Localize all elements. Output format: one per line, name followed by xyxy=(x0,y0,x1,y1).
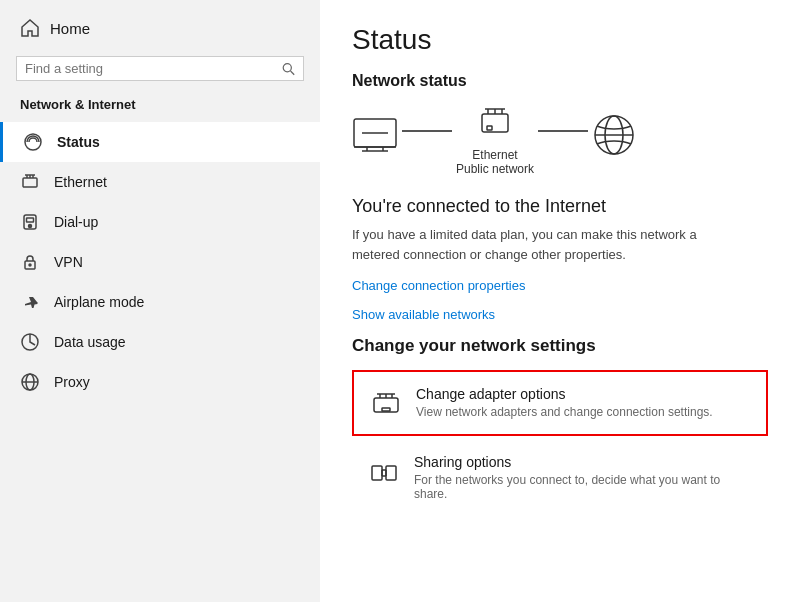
show-networks-link[interactable]: Show available networks xyxy=(352,307,768,322)
change-settings-title: Change your network settings xyxy=(352,336,768,356)
svg-rect-39 xyxy=(386,466,396,480)
change-connection-link[interactable]: Change connection properties xyxy=(352,278,768,293)
svg-line-1 xyxy=(291,71,295,75)
vpn-icon xyxy=(20,252,40,272)
ethernet-icon xyxy=(20,172,40,192)
network-line-2 xyxy=(538,130,588,132)
sharing-options-text: Sharing options For the networks you con… xyxy=(414,454,752,501)
sidebar-status-label: Status xyxy=(57,134,100,150)
svg-point-9 xyxy=(29,225,32,228)
computer-icon-group xyxy=(352,117,398,165)
computer-icon xyxy=(352,117,398,153)
search-icon xyxy=(282,62,295,76)
ethernet-icon-group: Ethernet Public network xyxy=(456,106,534,176)
svg-rect-32 xyxy=(374,398,398,412)
svg-rect-23 xyxy=(482,114,508,132)
svg-rect-37 xyxy=(382,408,390,411)
sidebar-datausage-label: Data usage xyxy=(54,334,126,350)
svg-rect-38 xyxy=(372,466,382,480)
sidebar-item-ethernet[interactable]: Ethernet xyxy=(0,162,320,202)
home-icon xyxy=(20,18,40,38)
sidebar-item-dialup[interactable]: Dial-up xyxy=(0,202,320,242)
sidebar-ethernet-label: Ethernet xyxy=(54,174,107,190)
sidebar-proxy-label: Proxy xyxy=(54,374,90,390)
network-status-title: Network status xyxy=(352,72,768,90)
adapter-icon xyxy=(370,388,402,420)
datausage-icon xyxy=(20,332,40,352)
sharing-icon xyxy=(368,456,400,488)
sidebar-item-datausage[interactable]: Data usage xyxy=(0,322,320,362)
network-diagram: Ethernet Public network xyxy=(352,106,768,176)
ethernet-box-icon xyxy=(480,106,510,142)
search-box[interactable] xyxy=(16,56,304,81)
sidebar-item-vpn[interactable]: VPN xyxy=(0,242,320,282)
globe-icon xyxy=(592,113,636,157)
connected-title: You're connected to the Internet xyxy=(352,196,768,217)
svg-rect-3 xyxy=(23,178,37,187)
sidebar-dialup-label: Dial-up xyxy=(54,214,98,230)
sidebar-vpn-label: VPN xyxy=(54,254,83,270)
adapter-options-text: Change adapter options View network adap… xyxy=(416,386,713,419)
sharing-options-item[interactable]: Sharing options For the networks you con… xyxy=(352,440,768,515)
adapter-options-item[interactable]: Change adapter options View network adap… xyxy=(352,370,768,436)
connected-desc: If you have a limited data plan, you can… xyxy=(352,225,732,264)
ethernet-label: Ethernet Public network xyxy=(456,148,534,176)
sidebar-section-title: Network & Internet xyxy=(0,93,320,122)
dialup-icon xyxy=(20,212,40,232)
svg-rect-10 xyxy=(27,218,34,222)
network-line-1 xyxy=(402,130,452,132)
airplane-icon xyxy=(20,292,40,312)
sidebar-item-airplane[interactable]: Airplane mode xyxy=(0,282,320,322)
status-icon xyxy=(23,132,43,152)
home-label: Home xyxy=(50,20,90,37)
adapter-options-desc: View network adapters and change connect… xyxy=(416,405,713,419)
svg-point-0 xyxy=(283,63,291,71)
sharing-options-title: Sharing options xyxy=(414,454,752,470)
svg-rect-28 xyxy=(487,126,492,130)
sidebar-item-status[interactable]: Status xyxy=(0,122,320,162)
svg-point-12 xyxy=(29,264,31,266)
main-content: Status Network status xyxy=(320,0,800,602)
sidebar-airplane-label: Airplane mode xyxy=(54,294,144,310)
sharing-options-desc: For the networks you connect to, decide … xyxy=(414,473,752,501)
proxy-icon xyxy=(20,372,40,392)
sidebar: Home Network & Internet Status xyxy=(0,0,320,602)
search-input[interactable] xyxy=(25,61,276,76)
page-title: Status xyxy=(352,24,768,56)
sidebar-item-proxy[interactable]: Proxy xyxy=(0,362,320,402)
globe-icon-group xyxy=(592,113,636,169)
home-nav-item[interactable]: Home xyxy=(0,8,320,48)
adapter-options-title: Change adapter options xyxy=(416,386,713,402)
